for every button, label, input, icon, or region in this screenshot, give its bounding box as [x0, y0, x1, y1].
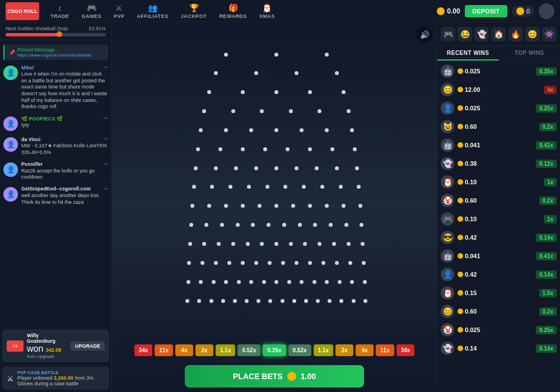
notif-coin-icon [516, 7, 524, 15]
deposit-button[interactable]: DEPOSIT [465, 5, 507, 17]
multiplier-11x[interactable]: 11x [376, 344, 394, 356]
logo[interactable]: CSGO ROLL [6, 2, 39, 20]
balance-value: 0.00 [447, 7, 460, 15]
multiplier-0.52x[interactable]: 0.52x [237, 344, 260, 356]
chat-more-btn[interactable]: ··· [104, 186, 108, 192]
avatar[interactable] [539, 3, 554, 19]
peg [361, 242, 365, 246]
win-avatar: 👤 [441, 101, 454, 115]
peg [251, 223, 255, 227]
chat-content: Pussiifer ··· Raz2k accept the knife or … [21, 161, 108, 181]
win-value: 0.14 [465, 345, 477, 352]
peg [221, 299, 225, 303]
nav-icon: ↕ [58, 3, 62, 12]
peg [241, 204, 245, 208]
peg [325, 204, 329, 208]
pvp-icon: ⚔ [7, 374, 14, 383]
peg [283, 185, 287, 189]
upgrade-username: Willy Goatenburg [27, 333, 67, 344]
place-bets-section: PLACE BETS 1.00 [112, 361, 437, 392]
nav-icon: 🏆 [189, 3, 199, 12]
peg [315, 166, 319, 170]
emoji-btn-👾[interactable]: 👾 [542, 27, 557, 41]
chat-text: Love it when I'm on mobile and click on … [21, 71, 108, 110]
nav-icon: 🎅 [262, 3, 272, 12]
peg [350, 280, 354, 284]
nav-item-pvp[interactable]: ⚔PVP [108, 3, 130, 19]
chat-more-btn[interactable]: ··· [104, 136, 108, 142]
multiplier-34x[interactable]: 34x [134, 344, 153, 356]
win-avatar: 👻 [441, 342, 454, 355]
notifications-badge[interactable]: 0 [512, 6, 534, 17]
peg [214, 166, 218, 170]
peg [347, 242, 351, 246]
multiplier-4x[interactable]: 4x [175, 344, 193, 356]
peg [295, 71, 298, 75]
win-multiplier: 1.5x [539, 289, 557, 297]
win-coin-icon [458, 161, 463, 166]
nav-item-jackpot[interactable]: 🏆JACKPOT [175, 3, 213, 19]
win-row: 😺 0.60 0.2x [437, 118, 560, 136]
multiplier-2x[interactable]: 2x [335, 344, 353, 356]
win-coin-icon [458, 87, 463, 92]
win-coin-icon [458, 272, 463, 277]
nav-item-xmas[interactable]: 🎅XMAS [254, 3, 281, 19]
win-row: 🤖 0.041 0.41x [437, 247, 560, 265]
peg [268, 299, 272, 303]
peg [308, 147, 312, 151]
tab-recent-wins[interactable]: RECENT WINS [437, 46, 499, 60]
multiplier-11x[interactable]: 11x [155, 344, 173, 356]
peg [338, 280, 342, 284]
multiplier-1.1x[interactable]: 1.1x [216, 344, 235, 356]
peg [263, 147, 267, 151]
win-amount: 0.041 [458, 253, 533, 259]
multiplier-4x[interactable]: 4x [356, 344, 374, 356]
chat-more-btn[interactable]: ··· [104, 64, 108, 71]
win-value: 0.60 [465, 123, 477, 130]
tab-top-wins[interactable]: TOP WINS [499, 46, 561, 60]
peg [308, 90, 312, 94]
peg [246, 242, 250, 246]
win-value: 0.60 [465, 197, 477, 204]
win-row: 👤 0.025 0.25x [437, 99, 560, 118]
emoji-btn-🏠[interactable]: 🏠 [491, 27, 506, 41]
multiplier-0.52x[interactable]: 0.52x [288, 344, 311, 356]
chat-entry: 👤 da Vinci ··· MW - 0.107★ Falchion Knif… [0, 134, 111, 158]
upgrade-button[interactable]: UPGRADE [71, 342, 105, 351]
win-row: 🎅 0.15 1.5x [437, 284, 560, 302]
emoji-btn-😂[interactable]: 😂 [458, 27, 472, 41]
win-amount: 0.60 [458, 308, 536, 315]
peg [321, 261, 325, 265]
chat-avatar: 👤 [3, 187, 18, 202]
multiplier-0.26x[interactable]: 0.26x [263, 344, 286, 356]
emoji-btn-🔥[interactable]: 🔥 [508, 27, 523, 41]
emoji-btn-😊[interactable]: 😊 [525, 27, 540, 41]
nav-item-games[interactable]: 🎮GAMES [76, 3, 108, 19]
emoji-btn-👻[interactable]: 👻 [474, 27, 489, 41]
multiplier-34x[interactable]: 34x [396, 344, 415, 356]
chat-more-btn[interactable]: ··· [104, 115, 108, 122]
pinned-url[interactable]: https://www.csgoroll.com/en/calendar [17, 53, 91, 58]
win-value: 0.041 [465, 253, 480, 259]
chat-text: MW - 0.107★ Falchion Knife LoreTKN 335.4… [21, 143, 108, 156]
nav-item-rewards[interactable]: 🎁REWARDS [213, 3, 253, 19]
peg [236, 223, 240, 227]
win-amount: 0.041 [458, 142, 533, 148]
nav-item-affiliates[interactable]: 👥AFFILIATES [132, 3, 174, 19]
multiplier-2x[interactable]: 2x [195, 344, 213, 356]
peg [214, 71, 218, 75]
upgrade-action: won [27, 344, 43, 353]
place-bets-button[interactable]: PLACE BETS 1.00 [185, 365, 364, 388]
win-multiplier: 0.41x [536, 252, 557, 260]
chat-more-btn[interactable]: ··· [104, 161, 108, 167]
multiplier-1.1x[interactable]: 1.1x [314, 344, 333, 356]
peg [328, 299, 332, 303]
emoji-btn-🎮[interactable]: 🎮 [441, 27, 455, 41]
peg [312, 280, 316, 284]
bet-amount: 1.00 [301, 372, 316, 381]
pin-icon: 📌 [9, 50, 15, 55]
peg [316, 299, 320, 303]
chat-content: da Vinci ··· MW - 0.107★ Falchion Knife … [21, 136, 108, 156]
chat-messages: 📌 Pinned Message https://www.csgoroll.co… [0, 40, 111, 327]
nav-item-trade[interactable]: ↕TRADE [45, 3, 75, 19]
